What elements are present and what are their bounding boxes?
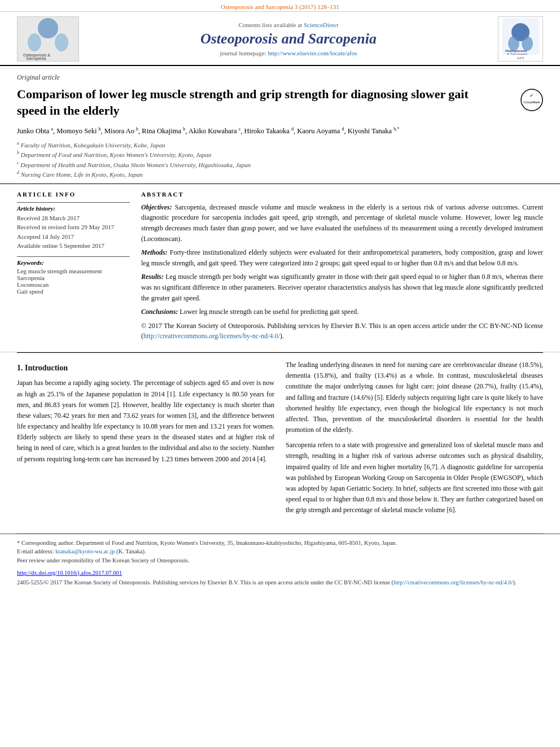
article-history: Article history: Received 28 March 2017 … <box>17 202 130 251</box>
keyword-3: Locomoscan <box>17 281 130 288</box>
corresponding-author: * Corresponding author. Department of Fo… <box>17 539 543 548</box>
svg-text:✓: ✓ <box>530 93 534 98</box>
accepted-date: Accepted 14 July 2017 <box>17 233 74 240</box>
crossmark-logo: ✓ CrossMark <box>520 89 543 113</box>
article-type: Original article <box>0 68 560 83</box>
science-direct-link[interactable]: ScienceDirect <box>304 21 339 28</box>
article-title: Comparison of lower leg muscle strength … <box>17 86 480 119</box>
results-label: Results: <box>141 273 164 281</box>
intro-para-1: Japan has become a rapidly aging society… <box>17 378 274 465</box>
affiliation-d: d Nursing Care Home, Life in Kyoto, Kyot… <box>17 169 543 179</box>
revised-date: Received in revised form 29 May 2017 <box>17 224 114 230</box>
keyword-4: Gait speed <box>17 288 130 295</box>
article-info-heading: ARTICLE INFO <box>17 191 130 198</box>
conclusions-text: Lower leg muscle strength can be useful … <box>180 308 358 316</box>
contents-available-line: Contents lists available at ScienceDirec… <box>90 21 487 28</box>
results-text: Leg muscle strength per body weight was … <box>141 273 543 302</box>
history-label: Article history: <box>17 205 130 212</box>
journal-main-title: Osteoporosis and Sarcopenia <box>90 30 487 47</box>
methods-label: Methods: <box>141 248 168 256</box>
affiliation-a: a Faculty of Nutrition, Kobegakuin Unive… <box>17 140 543 150</box>
methods-text: Forty-three institutionalized elderly su… <box>141 248 543 267</box>
svg-text:CrossMark: CrossMark <box>523 101 540 104</box>
affiliation-b: b Department of Food and Nutrition, Kyot… <box>17 150 543 159</box>
doi-link[interactable]: http://dx.doi.org/10.1016/j.afos.2017.07… <box>17 570 122 576</box>
email-name: K. Tanaka <box>119 548 143 554</box>
svg-point-1 <box>38 18 58 38</box>
keywords-label: Keywords: <box>17 259 130 266</box>
abstract-objectives: Objectives: Sarcopenia, decreased muscle… <box>141 202 543 244</box>
intro-para-3: Sarcopenia refers to a state with progre… <box>286 440 543 516</box>
left-journal-logo: Osteoporosis & Sarcopenia <box>17 16 79 62</box>
abstract-results: Results: Leg muscle strength per body we… <box>141 272 543 303</box>
footnotes-section: * Corresponding author. Department of Fo… <box>0 534 560 567</box>
available-date: Available online 5 September 2017 <box>17 242 104 249</box>
cc-license-link[interactable]: http://creativecommons.org/licenses/by-n… <box>143 332 280 340</box>
svg-point-3 <box>55 33 68 51</box>
conclusions-label: Conclusions: <box>141 308 178 316</box>
keyword-1: Leg muscle strength measurement <box>17 268 130 274</box>
email-link[interactable]: ktanaka@kyoto-wu.ac.jp <box>55 548 115 554</box>
body-right-column: The leading underlying diseases in need … <box>286 360 543 521</box>
svg-text:Sarcopenia: Sarcopenia <box>26 56 46 61</box>
journal-reference: Osteoporosis and Sarcopenia 3 (2017) 128… <box>0 0 560 11</box>
svg-point-2 <box>28 33 41 51</box>
email-label: E-mail address: <box>17 548 54 554</box>
homepage-line: journal homepage: http://www.elsevier.co… <box>90 50 487 56</box>
homepage-url[interactable]: http://www.elsevier.com/locate/afos <box>268 50 357 56</box>
bottom-cc-link[interactable]: http://creativecommons.org/licenses/by-n… <box>393 579 513 586</box>
peer-review-statement: Peer review under responsibility of The … <box>17 556 543 565</box>
objectives-label: Objectives: <box>141 203 172 211</box>
objectives-text: Sarcopenia, decreased muscle volume and … <box>141 203 543 243</box>
article-info-abstract-section: ARTICLE INFO Article history: Received 2… <box>0 184 560 352</box>
received-date: Received 28 March 2017 <box>17 215 80 221</box>
body-section: 1. Introduction Japan has become a rapid… <box>0 353 560 527</box>
body-left-column: 1. Introduction Japan has become a rapid… <box>17 360 274 521</box>
intro-para-2: The leading underlying diseases in need … <box>286 360 543 435</box>
abstract-heading: ABSTRACT <box>141 191 543 198</box>
article-title-section: Comparison of lower leg muscle strength … <box>0 83 560 123</box>
journal-title-center: Contents lists available at ScienceDirec… <box>79 21 498 56</box>
affiliation-c: c Department of Health and Nutrition, Os… <box>17 160 543 169</box>
doi-section: http://dx.doi.org/10.1016/j.afos.2017.07… <box>0 567 560 577</box>
journal-header: Osteoporosis & Sarcopenia Contents lists… <box>0 11 560 66</box>
body-columns: 1. Introduction Japan has become a rapid… <box>17 360 543 521</box>
svg-text:& Sarcopenia: & Sarcopenia <box>507 53 528 55</box>
abstract-methods: Methods: Forty-three institutionalized e… <box>141 247 543 268</box>
authors-section: Junko Ohta a, Momoyo Seki b, Misora Ao b… <box>0 123 560 139</box>
article-info-column: ARTICLE INFO Article history: Received 2… <box>17 191 130 345</box>
right-logo-label: AFS <box>517 56 524 60</box>
abstract-column: ABSTRACT Objectives: Sarcopenia, decreas… <box>141 191 543 345</box>
right-journal-logo: Osteoporosis & Sarcopenia AFS <box>498 16 543 62</box>
abstract-conclusions: Conclusions: Lower leg muscle strength c… <box>141 307 543 317</box>
email-address: E-mail address: ktanaka@kyoto-wu.ac.jp (… <box>17 547 543 556</box>
bottom-copyright: 2405-5255/© 2017 The Korean Society of O… <box>0 577 560 592</box>
introduction-heading: 1. Introduction <box>17 362 274 374</box>
keywords-section: Keywords: Leg muscle strength measuremen… <box>17 256 130 295</box>
abstract-copyright: © 2017 The Korean Society of Osteoporosi… <box>141 321 543 342</box>
keyword-2: Sarcopenia <box>17 274 130 281</box>
affiliations-section: a Faculty of Nutrition, Kobegakuin Unive… <box>0 139 560 184</box>
